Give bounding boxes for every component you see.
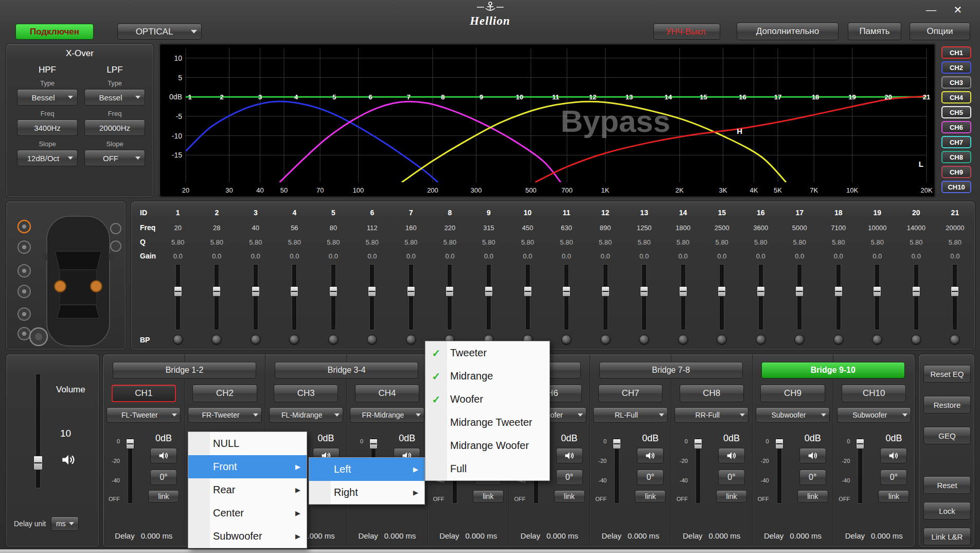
slider-thumb[interactable] <box>694 439 702 449</box>
menu-item-center[interactable]: Center▶ <box>188 502 307 525</box>
band-number-marker[interactable]: 8 <box>441 93 444 101</box>
delay-unit-select[interactable]: ms <box>51 516 79 531</box>
eq-band-slider-10[interactable] <box>521 263 534 332</box>
channel-mute-button-ch7[interactable] <box>637 448 664 463</box>
graph-channel-button-ch3[interactable]: CH3 <box>941 76 971 89</box>
slider-thumb[interactable] <box>795 286 804 297</box>
band-bypass-knob-16[interactable] <box>756 335 766 345</box>
menu-item-midrange[interactable]: ✓Midrange <box>425 365 549 388</box>
slider-thumb[interactable] <box>601 286 610 297</box>
slider-thumb[interactable] <box>562 286 571 297</box>
menu-item-full[interactable]: Full <box>425 457 549 480</box>
channel-link-button-ch5[interactable]: link <box>473 490 504 503</box>
band-number-marker[interactable]: 3 <box>258 93 262 101</box>
bridge-button-bridge-9-10[interactable]: Bridge 9-10 <box>761 362 905 378</box>
channel-mute-button-ch8[interactable] <box>718 448 745 463</box>
slider-thumb[interactable] <box>485 286 493 297</box>
band-number-marker[interactable]: 15 <box>700 93 707 101</box>
eq-band-slider-9[interactable] <box>482 263 495 332</box>
slider-thumb[interactable] <box>856 439 864 449</box>
band-number-marker[interactable]: 18 <box>812 93 819 101</box>
window-close-button[interactable]: ✕ <box>949 2 967 16</box>
band-bypass-knob-18[interactable] <box>833 335 844 345</box>
hpf-type-select[interactable]: Bessel <box>17 89 78 106</box>
channel-link-button-ch1[interactable]: link <box>148 490 179 503</box>
eq-band-slider-21[interactable] <box>948 263 961 332</box>
options-button[interactable]: Опции <box>910 23 970 40</box>
unch-toggle-button[interactable]: УНЧ-Выкл. <box>653 24 720 40</box>
slider-thumb[interactable] <box>775 439 783 449</box>
restore-button[interactable]: Restore <box>923 396 971 413</box>
channel-phase-button-ch8[interactable]: 0° <box>718 470 745 485</box>
slider-thumb[interactable] <box>679 286 687 297</box>
band-bypass-knob-20[interactable] <box>911 335 921 345</box>
graph-channel-button-ch5[interactable]: CH5 <box>941 106 971 118</box>
hpf-slope-select[interactable]: 12dB/Oct <box>17 150 78 166</box>
channel-button-ch1[interactable]: CH1 <box>112 385 176 402</box>
channel-link-button-ch6[interactable]: link <box>554 490 585 503</box>
slider-thumb[interactable] <box>252 286 260 297</box>
band-number-marker[interactable]: 14 <box>665 93 672 101</box>
filter-marker-l[interactable]: L <box>919 160 923 168</box>
band-bypass-knob-5[interactable] <box>328 335 338 345</box>
channel-button-ch2[interactable]: CH2 <box>192 385 257 402</box>
band-bypass-knob-4[interactable] <box>289 335 299 345</box>
master-volume-slider[interactable] <box>30 372 46 490</box>
lock-button[interactable]: Lock <box>923 502 971 520</box>
channel-link-button-ch8[interactable]: link <box>716 490 747 503</box>
eq-band-slider-1[interactable] <box>171 263 185 332</box>
band-number-marker[interactable]: 11 <box>552 93 559 101</box>
eq-band-slider-13[interactable] <box>637 263 651 332</box>
band-bypass-knob-2[interactable] <box>211 335 222 345</box>
eq-band-slider-14[interactable] <box>676 263 690 332</box>
slider-thumb[interactable] <box>446 286 454 297</box>
menu-item-right[interactable]: Right▶ <box>309 481 424 504</box>
input-source-select[interactable]: OPTICAL <box>117 24 202 40</box>
band-number-marker[interactable]: 1 <box>188 93 191 101</box>
graph-channel-button-ch8[interactable]: CH8 <box>941 151 971 163</box>
graph-channel-button-ch6[interactable]: CH6 <box>941 121 971 133</box>
eq-band-slider-17[interactable] <box>793 263 806 332</box>
menu-item-front[interactable]: Front▶ <box>188 455 307 478</box>
menu-item-woofer[interactable]: ✓Woofer <box>425 388 549 411</box>
band-number-marker[interactable]: 4 <box>294 93 298 101</box>
band-number-marker[interactable]: 10 <box>516 93 523 101</box>
slider-thumb[interactable] <box>329 286 337 297</box>
eq-band-slider-16[interactable] <box>754 263 768 332</box>
bridge-button-bridge-7-8[interactable]: Bridge 7-8 <box>599 362 743 378</box>
slider-thumb[interactable] <box>126 439 134 449</box>
window-minimize-button[interactable]: — <box>922 2 940 16</box>
channel-role-select-ch2[interactable]: FR-Tweeter <box>188 407 262 423</box>
band-number-marker[interactable]: 12 <box>589 93 596 101</box>
eq-band-slider-12[interactable] <box>599 263 612 332</box>
advanced-button[interactable]: Дополнительно <box>737 23 839 40</box>
band-number-marker[interactable]: 16 <box>739 93 746 101</box>
band-number-marker[interactable]: 21 <box>923 93 930 101</box>
slider-thumb[interactable] <box>524 286 532 297</box>
channel-button-ch9[interactable]: CH9 <box>760 385 825 402</box>
reset-button[interactable]: Reset <box>923 476 971 494</box>
connection-status-button[interactable]: Подключен <box>15 24 94 40</box>
channel-role-select-ch4[interactable]: FR-Midrange <box>350 407 424 423</box>
graph-channel-button-ch9[interactable]: CH9 <box>941 166 971 178</box>
channel-phase-button-ch7[interactable]: 0° <box>637 470 664 485</box>
eq-band-slider-7[interactable] <box>404 263 418 332</box>
channel-role-select-ch3[interactable]: FL-Midrange <box>269 407 343 423</box>
link-l-r-button[interactable]: Link L&R <box>923 528 971 545</box>
channel-phase-button-ch9[interactable]: 0° <box>799 470 826 485</box>
channel-button-ch7[interactable]: CH7 <box>598 385 663 402</box>
eq-band-slider-8[interactable] <box>443 263 456 332</box>
bridge-button-bridge-1-2[interactable]: Bridge 1-2 <box>113 362 256 378</box>
band-bypass-knob-15[interactable] <box>717 335 727 345</box>
channel-link-button-ch7[interactable]: link <box>635 490 666 503</box>
channel-mute-button-ch9[interactable] <box>799 448 826 463</box>
eq-band-slider-11[interactable] <box>560 263 573 332</box>
eq-band-slider-19[interactable] <box>870 263 884 332</box>
slider-thumb[interactable] <box>613 439 621 449</box>
band-number-marker[interactable]: 13 <box>626 93 633 101</box>
band-bypass-knob-17[interactable] <box>794 335 805 345</box>
slider-thumb[interactable] <box>290 286 298 297</box>
slider-thumb[interactable] <box>640 286 648 297</box>
slider-thumb[interactable] <box>951 286 959 297</box>
band-number-marker[interactable]: 6 <box>369 93 372 101</box>
